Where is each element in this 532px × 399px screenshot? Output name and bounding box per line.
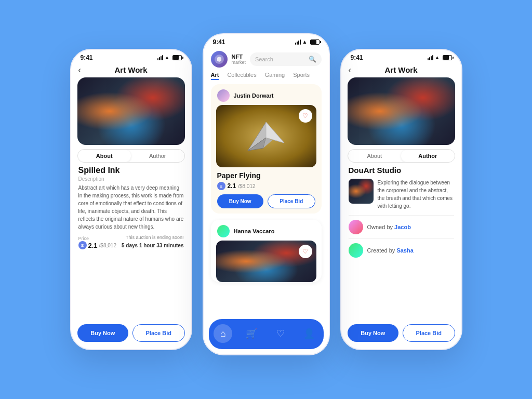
card-price-eth-1: 2.1 [228,182,236,190]
search-bar[interactable]: Search 🔍 [250,52,321,66]
nav-cart[interactable]: 🛒 [242,324,261,343]
tab-author-right[interactable]: Author [401,150,455,162]
wifi-icon-right: ▲ [435,55,440,60]
buy-now-button-right[interactable]: Buy Now [348,324,399,342]
btn-row-left: Buy Now Place Bid [71,324,191,349]
buy-now-button-center[interactable]: Buy Now [217,194,264,208]
place-bid-button-left[interactable]: Place Bid [132,324,185,342]
tab-about-left[interactable]: About [78,150,131,162]
artwork-image-right [348,77,455,145]
heart-button-2[interactable]: ♡ [299,245,312,258]
studio-description: Exploring the dialogue between the corpo… [378,179,454,210]
card-image-1: ♡ [216,105,316,167]
owned-label: Owned by [367,224,393,230]
nft-brand-sub: market [232,60,246,65]
phone-center: 9:41 ▲ [203,33,330,355]
price-eth-left: 2.1 [88,242,98,249]
card-nft-name-1: Paper Flying [217,171,315,180]
tab-row-left: About Author [77,149,185,163]
card-container: Justin Dorwart ♡ [204,84,329,319]
divider-2 [349,238,454,239]
time-left: 9:41 [81,54,93,61]
studio-name: DouArt Studio [349,166,454,175]
seller-avatar-2 [217,225,230,237]
category-sports[interactable]: Sports [293,72,310,80]
owner-name[interactable]: Jacob [394,224,411,230]
card-btn-row-1: Buy Now Place Bid [217,194,315,208]
nav-heart[interactable]: ♡ [271,324,290,343]
nft-card-2: Hanna Vaccaro ♡ [211,220,322,282]
place-bid-button-right[interactable]: Place Bid [403,324,455,342]
card-info-1: Paper Flying Ξ 2.1 /$8,012 Buy Now Place… [211,167,322,214]
category-art[interactable]: Art [211,72,219,80]
nft-name-left: Spilled Ink [78,166,184,175]
status-bar-right: 9:41 ▲ [341,50,461,63]
artwork-header-right: ‹ Art Work [341,63,461,77]
owned-by-text: Owned by Jacob [367,224,411,230]
detail-body-left: Spilled Ink Description Abstract art whi… [71,166,191,324]
category-row: Art Collectibles Gaming Sports [204,72,329,84]
phone-left: 9:41 ▲ ‹ Art Work [70,49,192,350]
signal-icon-left [157,55,163,60]
bottom-nav: ⌂ 🛒 ♡ 👤 [209,319,324,349]
wifi-icon-left: ▲ [165,55,170,60]
card-seller-1: Justin Dorwart [211,84,322,105]
status-bar-center: 9:41 ▲ [204,34,329,48]
battery-icon-right [443,55,452,60]
creator-name[interactable]: Sasha [396,247,413,254]
created-by-row: Created by Sasha [349,243,454,258]
nft-brand-name: NFT [232,54,246,60]
search-icon: 🔍 [309,56,316,63]
nav-home[interactable]: ⌂ [214,324,232,343]
back-button-left[interactable]: ‹ [78,65,81,75]
artwork-canvas-left [77,77,185,145]
eth-icon-left: Ξ [78,241,87,249]
tab-row-right: About Author [348,149,455,163]
btn-row-right: Buy Now Place Bid [341,324,461,349]
page-title-left: Art Work [114,65,147,74]
card-price-row-1: Ξ 2.1 /$8,012 [217,182,315,190]
card-seller-2: Hanna Vaccaro [211,220,322,241]
nav-user[interactable]: 👤 [300,324,318,343]
nft-logo [211,51,228,68]
search-placeholder: Search [255,56,306,62]
seller-name-1: Justin Dorwart [234,92,274,99]
battery-icon-left [172,55,182,60]
nft-card-1: Justin Dorwart ♡ [211,84,322,214]
place-bid-button-center[interactable]: Place Bid [268,194,315,208]
center-header: NFT market Search 🔍 [204,48,329,72]
wifi-icon-center: ▲ [302,39,308,45]
created-by-text: Created by Sasha [367,247,414,254]
artwork-image-left [77,77,185,145]
auction-time-left: 5 days 1 hour 33 minutes [122,243,184,248]
signal-icon-right [428,55,433,60]
status-bar-left: 9:41 ▲ [71,50,191,63]
tab-author-left[interactable]: Author [131,150,184,162]
tab-about-right[interactable]: About [348,150,402,162]
page-title-right: Art Work [384,65,417,74]
author-section: DouArt Studio Exploring the dialogue bet… [341,166,461,324]
creator-avatar [349,243,363,258]
price-value-left: Ξ 2.1 /$8,012 [78,241,116,249]
category-collectibles[interactable]: Collectibles [227,72,256,80]
status-icons-center: ▲ [295,39,320,45]
signal-icon-center [295,39,301,45]
seller-name-2: Hanna Vaccaro [234,228,275,234]
nft-brand-block: NFT market [232,54,246,65]
price-label-left: Price [78,236,116,241]
card-eth-icon-1: Ξ [217,182,225,190]
phone-right: 9:41 ▲ ‹ Art Work [340,49,462,350]
studio-row: Exploring the dialogue between the corpo… [349,179,454,210]
back-button-right[interactable]: ‹ [349,65,351,75]
auction-label-left: This auction is ending soon! [122,235,184,240]
artwork-header-left: ‹ Art Work [71,63,191,77]
card-image-2: ♡ [216,241,316,282]
owner-avatar [349,220,363,234]
divider-1 [349,215,454,216]
price-row-left: Price Ξ 2.1 /$8,012 This auction is endi… [78,235,184,249]
time-right: 9:41 [351,54,363,61]
heart-button-1[interactable]: ♡ [299,109,312,123]
buy-now-button-left[interactable]: Buy Now [77,324,129,342]
category-gaming[interactable]: Gaming [265,72,285,80]
time-center: 9:41 [213,38,225,46]
